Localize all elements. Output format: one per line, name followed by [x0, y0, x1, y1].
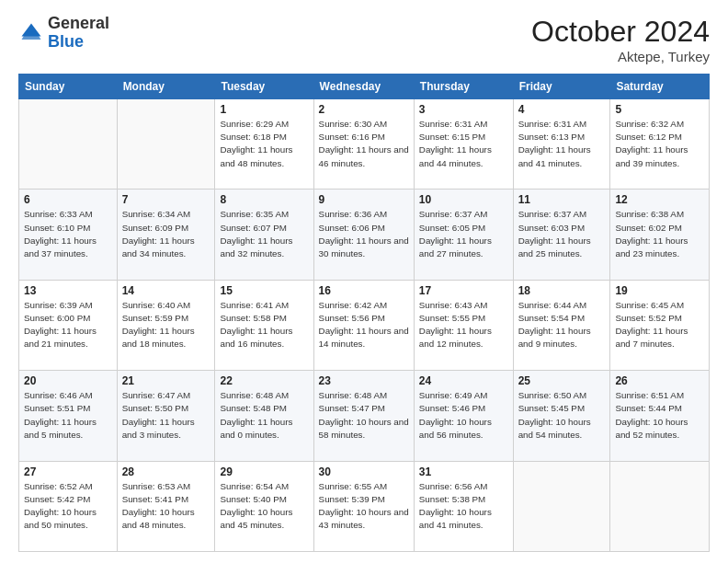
- weekday-header: Monday: [117, 75, 215, 99]
- day-info: Sunrise: 6:37 AM Sunset: 6:05 PM Dayligh…: [419, 208, 508, 260]
- day-number: 27: [24, 465, 112, 478]
- calendar-cell: 27Sunrise: 6:52 AM Sunset: 5:42 PM Dayli…: [19, 461, 118, 551]
- day-info: Sunrise: 6:43 AM Sunset: 5:55 PM Dayligh…: [419, 299, 508, 351]
- calendar-cell: 22Sunrise: 6:48 AM Sunset: 5:48 PM Dayli…: [215, 371, 313, 461]
- calendar-cell: 23Sunrise: 6:48 AM Sunset: 5:47 PM Dayli…: [313, 371, 414, 461]
- calendar-week-row: 27Sunrise: 6:52 AM Sunset: 5:42 PM Dayli…: [19, 461, 710, 551]
- day-number: 12: [615, 193, 704, 206]
- day-number: 21: [122, 374, 210, 387]
- day-number: 6: [24, 193, 112, 206]
- day-number: 11: [518, 193, 606, 206]
- logo-text: General Blue: [48, 15, 109, 52]
- calendar-cell: 30Sunrise: 6:55 AM Sunset: 5:39 PM Dayli…: [313, 461, 414, 551]
- calendar-cell: 17Sunrise: 6:43 AM Sunset: 5:55 PM Dayli…: [414, 280, 513, 370]
- day-info: Sunrise: 6:32 AM Sunset: 6:12 PM Dayligh…: [615, 118, 704, 170]
- calendar-cell: 20Sunrise: 6:46 AM Sunset: 5:51 PM Dayli…: [19, 371, 118, 461]
- day-info: Sunrise: 6:52 AM Sunset: 5:42 PM Dayligh…: [24, 480, 112, 533]
- logo-blue: Blue: [48, 32, 84, 51]
- weekday-header: Wednesday: [313, 75, 414, 99]
- title-block: October 2024 Aktepe, Turkey: [531, 15, 710, 64]
- day-info: Sunrise: 6:48 AM Sunset: 5:47 PM Dayligh…: [319, 389, 409, 442]
- day-info: Sunrise: 6:44 AM Sunset: 5:54 PM Dayligh…: [518, 299, 606, 351]
- calendar-cell: 29Sunrise: 6:54 AM Sunset: 5:40 PM Dayli…: [215, 461, 313, 551]
- day-info: Sunrise: 6:31 AM Sunset: 6:15 PM Dayligh…: [419, 118, 508, 170]
- calendar-cell: 9Sunrise: 6:36 AM Sunset: 6:06 PM Daylig…: [313, 190, 414, 280]
- calendar-cell: 14Sunrise: 6:40 AM Sunset: 5:59 PM Dayli…: [117, 280, 215, 370]
- calendar-table: SundayMondayTuesdayWednesdayThursdayFrid…: [18, 74, 710, 552]
- day-info: Sunrise: 6:35 AM Sunset: 6:07 PM Dayligh…: [220, 208, 308, 260]
- day-info: Sunrise: 6:37 AM Sunset: 6:03 PM Dayligh…: [518, 208, 606, 260]
- day-number: 30: [319, 465, 409, 478]
- day-info: Sunrise: 6:47 AM Sunset: 5:50 PM Dayligh…: [122, 389, 210, 442]
- day-info: Sunrise: 6:54 AM Sunset: 5:40 PM Dayligh…: [220, 480, 308, 533]
- day-number: 14: [122, 284, 210, 297]
- calendar-week-row: 1Sunrise: 6:29 AM Sunset: 6:18 PM Daylig…: [19, 99, 710, 190]
- logo-general: General: [48, 14, 109, 32]
- calendar-cell: 16Sunrise: 6:42 AM Sunset: 5:56 PM Dayli…: [313, 280, 414, 370]
- calendar-cell: [610, 461, 710, 551]
- day-number: 10: [419, 193, 508, 206]
- day-info: Sunrise: 6:39 AM Sunset: 6:00 PM Dayligh…: [24, 299, 112, 351]
- day-number: 26: [615, 374, 704, 387]
- calendar-cell: 26Sunrise: 6:51 AM Sunset: 5:44 PM Dayli…: [610, 371, 710, 461]
- calendar-cell: 28Sunrise: 6:53 AM Sunset: 5:41 PM Dayli…: [117, 461, 215, 551]
- calendar-cell: 12Sunrise: 6:38 AM Sunset: 6:02 PM Dayli…: [610, 190, 710, 280]
- day-number: 2: [319, 103, 409, 116]
- calendar-cell: 5Sunrise: 6:32 AM Sunset: 6:12 PM Daylig…: [610, 99, 710, 190]
- calendar-cell: 3Sunrise: 6:31 AM Sunset: 6:15 PM Daylig…: [414, 99, 513, 190]
- day-number: 29: [220, 465, 308, 478]
- weekday-header: Saturday: [610, 75, 710, 99]
- day-info: Sunrise: 6:34 AM Sunset: 6:09 PM Dayligh…: [122, 208, 210, 260]
- day-info: Sunrise: 6:45 AM Sunset: 5:52 PM Dayligh…: [615, 299, 704, 351]
- day-info: Sunrise: 6:56 AM Sunset: 5:38 PM Dayligh…: [419, 480, 508, 533]
- weekday-header: Tuesday: [215, 75, 313, 99]
- day-number: 3: [419, 103, 508, 116]
- day-info: Sunrise: 6:55 AM Sunset: 5:39 PM Dayligh…: [319, 480, 409, 533]
- calendar-cell: 13Sunrise: 6:39 AM Sunset: 6:00 PM Dayli…: [19, 280, 118, 370]
- day-info: Sunrise: 6:33 AM Sunset: 6:10 PM Dayligh…: [24, 208, 112, 260]
- day-info: Sunrise: 6:36 AM Sunset: 6:06 PM Dayligh…: [319, 208, 409, 260]
- calendar-cell: 10Sunrise: 6:37 AM Sunset: 6:05 PM Dayli…: [414, 190, 513, 280]
- calendar-cell: 24Sunrise: 6:49 AM Sunset: 5:46 PM Dayli…: [414, 371, 513, 461]
- day-info: Sunrise: 6:40 AM Sunset: 5:59 PM Dayligh…: [122, 299, 210, 351]
- day-number: 13: [24, 284, 112, 297]
- day-number: 25: [518, 374, 606, 387]
- calendar-cell: 6Sunrise: 6:33 AM Sunset: 6:10 PM Daylig…: [19, 190, 118, 280]
- day-number: 4: [518, 103, 606, 116]
- day-number: 28: [122, 465, 210, 478]
- location: Aktepe, Turkey: [531, 49, 710, 64]
- calendar-cell: [513, 461, 610, 551]
- calendar-cell: 11Sunrise: 6:37 AM Sunset: 6:03 PM Dayli…: [513, 190, 610, 280]
- logo-icon: [18, 20, 44, 46]
- day-info: Sunrise: 6:41 AM Sunset: 5:58 PM Dayligh…: [220, 299, 308, 351]
- weekday-header: Sunday: [19, 75, 118, 99]
- day-number: 9: [319, 193, 409, 206]
- weekday-header: Friday: [513, 75, 610, 99]
- day-info: Sunrise: 6:30 AM Sunset: 6:16 PM Dayligh…: [319, 118, 409, 170]
- page: General Blue October 2024 Aktepe, Turkey…: [0, 0, 728, 563]
- calendar-cell: 31Sunrise: 6:56 AM Sunset: 5:38 PM Dayli…: [414, 461, 513, 551]
- day-info: Sunrise: 6:29 AM Sunset: 6:18 PM Dayligh…: [220, 118, 308, 170]
- day-info: Sunrise: 6:42 AM Sunset: 5:56 PM Dayligh…: [319, 299, 409, 351]
- calendar-week-row: 13Sunrise: 6:39 AM Sunset: 6:00 PM Dayli…: [19, 280, 710, 370]
- calendar-cell: 2Sunrise: 6:30 AM Sunset: 6:16 PM Daylig…: [313, 99, 414, 190]
- day-number: 17: [419, 284, 508, 297]
- day-number: 18: [518, 284, 606, 297]
- calendar-week-row: 6Sunrise: 6:33 AM Sunset: 6:10 PM Daylig…: [19, 190, 710, 280]
- day-number: 22: [220, 374, 308, 387]
- weekday-header: Thursday: [414, 75, 513, 99]
- calendar-cell: 4Sunrise: 6:31 AM Sunset: 6:13 PM Daylig…: [513, 99, 610, 190]
- calendar-cell: 7Sunrise: 6:34 AM Sunset: 6:09 PM Daylig…: [117, 190, 215, 280]
- day-number: 15: [220, 284, 308, 297]
- day-number: 23: [319, 374, 409, 387]
- calendar-cell: [117, 99, 215, 190]
- day-info: Sunrise: 6:49 AM Sunset: 5:46 PM Dayligh…: [419, 389, 508, 442]
- calendar-week-row: 20Sunrise: 6:46 AM Sunset: 5:51 PM Dayli…: [19, 371, 710, 461]
- day-number: 8: [220, 193, 308, 206]
- day-number: 7: [122, 193, 210, 206]
- calendar-cell: 1Sunrise: 6:29 AM Sunset: 6:18 PM Daylig…: [215, 99, 313, 190]
- day-number: 16: [319, 284, 409, 297]
- calendar-cell: 8Sunrise: 6:35 AM Sunset: 6:07 PM Daylig…: [215, 190, 313, 280]
- calendar-cell: [19, 99, 118, 190]
- day-number: 24: [419, 374, 508, 387]
